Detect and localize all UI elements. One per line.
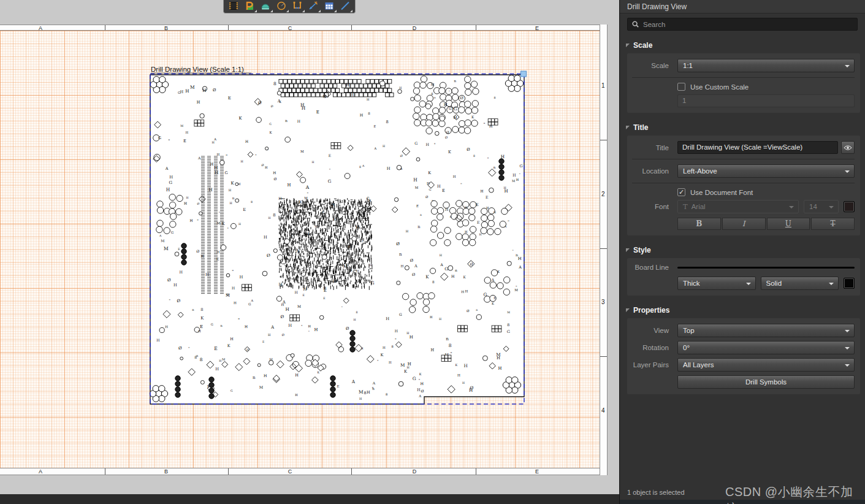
- location-label: Location: [632, 167, 669, 175]
- search-input[interactable]: Search: [627, 18, 858, 31]
- document-canvas[interactable]: ABCDE ABCDE 1234 Drill Drawing View (Sca…: [0, 0, 619, 504]
- place-room-button[interactable]: [289, 1, 305, 13]
- svg-text:": ": [512, 250, 513, 253]
- svg-text:A: A: [295, 248, 300, 254]
- svg-text:Ø: Ø: [213, 88, 216, 93]
- svg-text:Ø: Ø: [400, 154, 403, 158]
- svg-text:H: H: [469, 388, 473, 393]
- svg-text:H: H: [383, 346, 386, 349]
- svg-text:n: n: [476, 308, 478, 311]
- use-document-font-checkbox[interactable]: [677, 188, 685, 196]
- svg-text:H: H: [197, 100, 200, 105]
- section-header-title[interactable]: Title: [626, 123, 865, 132]
- svg-text:H: H: [410, 335, 413, 340]
- drill-symbols-button[interactable]: Drill Symbols: [677, 375, 855, 389]
- svg-text:H: H: [245, 325, 248, 329]
- scale-dropdown[interactable]: 1:1: [677, 59, 855, 72]
- svg-text:": ": [168, 139, 170, 143]
- svg-text:H: H: [208, 187, 212, 193]
- scale-label: Scale: [632, 62, 669, 69]
- strikethrough-button[interactable]: T: [811, 218, 855, 230]
- line-thickness-dropdown[interactable]: Thick: [677, 277, 756, 290]
- title-visibility-button[interactable]: [841, 141, 855, 154]
- svg-text:H: H: [387, 166, 391, 171]
- svg-text:G: G: [248, 302, 251, 306]
- svg-text:G: G: [454, 107, 457, 112]
- svg-text:M: M: [190, 85, 195, 90]
- svg-text:H: H: [518, 256, 522, 261]
- svg-text:M: M: [164, 246, 169, 251]
- ruler-tick: [476, 468, 476, 475]
- italic-button[interactable]: I: [722, 218, 766, 230]
- bold-button[interactable]: B: [677, 218, 721, 230]
- svg-text:A: A: [362, 164, 365, 167]
- rotation-dropdown[interactable]: 0°: [677, 341, 855, 354]
- view-dropdown[interactable]: Top: [677, 324, 855, 337]
- interactive-routing-button[interactable]: [242, 1, 257, 13]
- svg-text:H: H: [370, 264, 372, 267]
- place-dimension-button[interactable]: 4: [305, 1, 321, 13]
- dropdown-corner-icon: [254, 10, 257, 12]
- drill-drawing-view-object[interactable]: Drill Drawing View (Scale 1:1)n"HHHØH"MH…: [149, 64, 529, 409]
- svg-text:Ø: Ø: [412, 272, 415, 277]
- svg-text:H: H: [184, 202, 187, 205]
- svg-text:": ": [434, 142, 436, 147]
- svg-text:H: H: [238, 223, 241, 226]
- font-family-dropdown[interactable]: TArial: [677, 200, 799, 213]
- font-size-dropdown[interactable]: 14: [804, 200, 839, 213]
- floating-toolbar: 4: [223, 0, 356, 13]
- svg-text:H: H: [399, 86, 402, 90]
- svg-text:H: H: [354, 318, 356, 321]
- use-custom-scale-checkbox[interactable]: [677, 83, 685, 91]
- svg-text:n: n: [454, 79, 456, 83]
- ruler-tick: [600, 248, 607, 249]
- svg-text:H: H: [201, 254, 204, 258]
- svg-text:H: H: [246, 348, 249, 351]
- svg-text:H: H: [205, 272, 209, 277]
- svg-text:H: H: [165, 325, 168, 329]
- svg-text:H: H: [179, 270, 183, 274]
- font-color-swatch[interactable]: [844, 201, 855, 212]
- svg-text:K: K: [419, 372, 422, 376]
- section-header-properties[interactable]: Properties: [626, 306, 865, 315]
- svg-text:Ø: Ø: [271, 105, 273, 108]
- svg-text:Ø: Ø: [178, 346, 182, 351]
- svg-text:E: E: [337, 384, 340, 388]
- place-arc-icon: [275, 1, 288, 13]
- svg-text:K: K: [200, 316, 204, 321]
- underline-button[interactable]: U: [767, 218, 810, 230]
- section-header-scale[interactable]: Scale: [626, 41, 865, 50]
- svg-text:E: E: [476, 202, 479, 207]
- svg-text:G: G: [484, 292, 487, 297]
- svg-text:H: H: [186, 196, 189, 199]
- place-arc-button[interactable]: [273, 1, 289, 13]
- custom-scale-input[interactable]: 1: [677, 94, 855, 107]
- svg-text:A: A: [373, 147, 376, 150]
- svg-text:H: H: [305, 232, 309, 236]
- place-grid-table-button[interactable]: [321, 1, 337, 13]
- ruler-tick: [105, 25, 105, 30]
- svg-text:H: H: [421, 381, 424, 386]
- place-component-button[interactable]: [226, 1, 242, 13]
- section-header-style[interactable]: Style: [626, 246, 865, 254]
- svg-text:H: H: [302, 105, 306, 111]
- svg-text:A: A: [282, 300, 286, 305]
- svg-text:M: M: [222, 357, 226, 361]
- svg-text:H: H: [295, 393, 298, 397]
- svg-text:H: H: [386, 316, 389, 321]
- title-input[interactable]: Drill Drawing View (Scale =ViewScale): [677, 141, 838, 154]
- svg-text:n: n: [399, 251, 402, 257]
- location-dropdown[interactable]: Left-Above: [677, 164, 855, 178]
- svg-text:H: H: [278, 196, 281, 200]
- svg-text:H: H: [440, 254, 442, 257]
- place-line-button[interactable]: [337, 1, 353, 13]
- svg-text:G: G: [178, 91, 180, 94]
- ruler-row-label: 4: [601, 408, 605, 414]
- line-color-swatch[interactable]: [844, 278, 855, 289]
- line-style-dropdown[interactable]: Solid: [761, 277, 839, 290]
- place-pad-button[interactable]: [257, 1, 273, 13]
- ruler-top: ABCDE: [0, 25, 600, 31]
- svg-text:H: H: [230, 337, 234, 341]
- layer-pairs-dropdown[interactable]: All Layers: [677, 358, 855, 372]
- svg-text:8: 8: [431, 92, 433, 96]
